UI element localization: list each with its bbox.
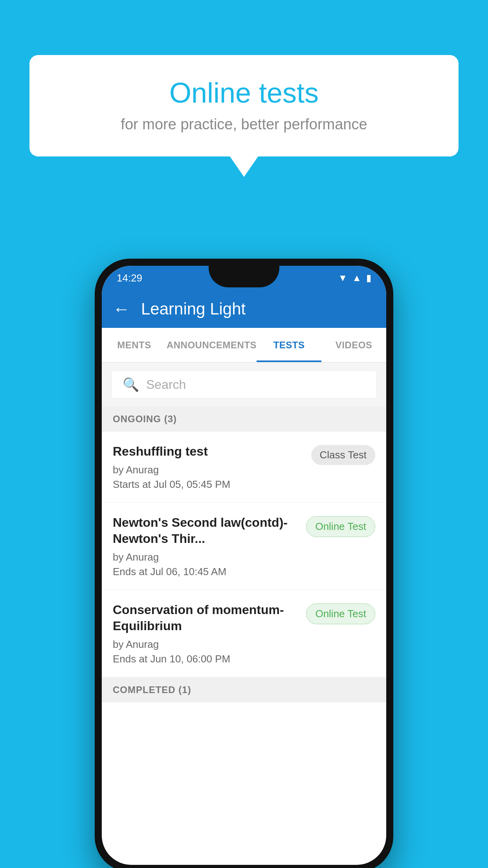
search-bar[interactable]: 🔍 Search [111,370,377,399]
test-item-newtons[interactable]: Newton's Second law(contd)-Newton's Thir… [102,503,386,590]
test-item-reshuffling-title: Reshuffling test [113,443,305,460]
test-item-newtons-badge: Online Test [306,516,375,537]
app-bar: ← Learning Light [102,290,386,328]
test-item-conservation-title: Conservation of momentum-Equilibrium [113,602,300,634]
search-icon: 🔍 [123,377,139,392]
phone-inner: 14:29 ▼ ▲ ▮ ← Learning Light MENTS ANNOU… [102,266,386,865]
status-time: 14:29 [117,272,142,284]
test-item-reshuffling[interactable]: Reshuffling test by Anurag Starts at Jul… [102,432,386,503]
bubble-title: Online tests [53,77,435,109]
notch [209,266,279,287]
test-item-conservation-time: Ends at Jun 10, 06:00 PM [113,653,300,665]
test-item-conservation[interactable]: Conservation of momentum-Equilibrium by … [102,590,386,677]
test-item-newtons-author: by Anurag [113,551,300,563]
app-title: Learning Light [141,300,246,318]
test-item-reshuffling-badge: Class Test [311,445,375,465]
tab-bar: MENTS ANNOUNCEMENTS TESTS VIDEOS [102,328,386,362]
speech-bubble: Online tests for more practice, better p… [29,55,459,156]
status-icons: ▼ ▲ ▮ [338,272,371,283]
test-item-reshuffling-content: Reshuffling test by Anurag Starts at Jul… [113,443,305,491]
tab-ments[interactable]: MENTS [102,328,167,362]
status-bar: 14:29 ▼ ▲ ▮ [102,266,386,290]
test-item-reshuffling-time: Starts at Jul 05, 05:45 PM [113,478,305,491]
tab-videos[interactable]: VIDEOS [321,328,386,362]
test-item-conservation-badge: Online Test [306,603,375,624]
tab-tests[interactable]: TESTS [257,328,321,362]
test-item-newtons-content: Newton's Second law(contd)-Newton's Thir… [113,515,300,578]
ongoing-section-header: ONGOING (3) [102,406,386,432]
test-item-reshuffling-author: by Anurag [113,464,305,476]
search-container: 🔍 Search [102,362,386,406]
tab-announcements[interactable]: ANNOUNCEMENTS [167,328,257,362]
wifi-icon: ▼ [338,272,347,283]
signal-icon: ▲ [352,272,361,283]
bubble-subtitle: for more practice, better performance [53,116,435,133]
battery-icon: ▮ [366,272,371,283]
test-item-conservation-author: by Anurag [113,638,300,651]
test-item-newtons-time: Ends at Jul 06, 10:45 AM [113,566,300,578]
back-button[interactable]: ← [113,299,130,319]
search-placeholder: Search [146,377,186,392]
speech-bubble-container: Online tests for more practice, better p… [29,55,459,156]
test-item-conservation-content: Conservation of momentum-Equilibrium by … [113,602,300,665]
test-item-newtons-title: Newton's Second law(contd)-Newton's Thir… [113,515,300,547]
phone-frame: 14:29 ▼ ▲ ▮ ← Learning Light MENTS ANNOU… [95,259,393,868]
completed-section-header: COMPLETED (1) [102,677,386,702]
